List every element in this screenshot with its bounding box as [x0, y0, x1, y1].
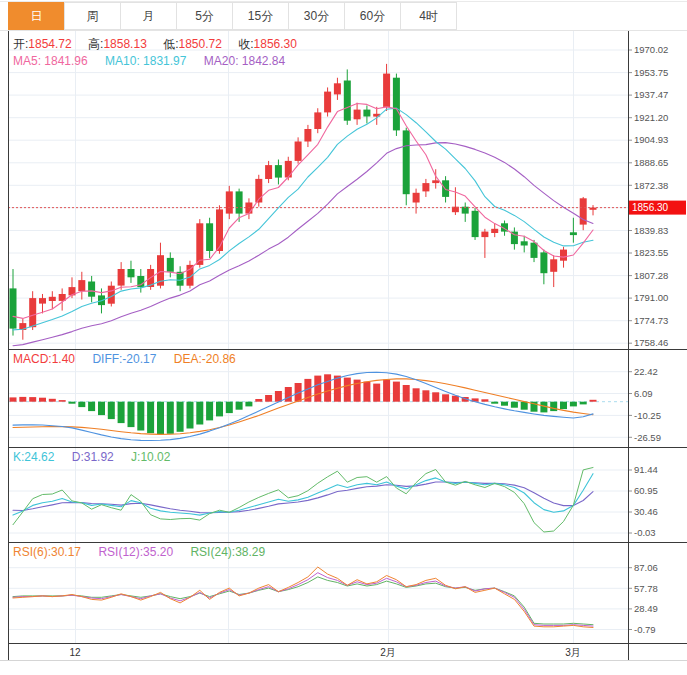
high-value: 1858.13 [103, 37, 146, 51]
svg-text:1970.02: 1970.02 [634, 44, 668, 55]
diff-value: DIFF:-20.17 [92, 352, 156, 366]
rsi-legend: RSI(6):30.17 RSI(12):35.20 RSI(24):38.29 [13, 545, 279, 559]
low-label: 低: [163, 37, 178, 51]
svg-text:91.44: 91.44 [634, 464, 658, 475]
svg-text:3月: 3月 [565, 647, 581, 658]
svg-text:1888.65: 1888.65 [634, 157, 668, 168]
svg-text:1807.28: 1807.28 [634, 270, 668, 281]
svg-text:1791.00: 1791.00 [634, 292, 668, 303]
ma20-value: MA20: 1842.84 [204, 54, 285, 68]
svg-text:1839.83: 1839.83 [634, 225, 668, 236]
close-label: 收: [238, 37, 253, 51]
tab-monthly[interactable]: 月 [120, 2, 177, 30]
d-value: D:31.92 [72, 450, 114, 464]
tab-daily[interactable]: 日 [8, 2, 65, 30]
svg-text:28.49: 28.49 [634, 603, 658, 614]
tab-60min[interactable]: 60分 [344, 2, 401, 30]
svg-text:12: 12 [69, 647, 81, 658]
low-value: 1850.72 [179, 37, 222, 51]
tab-5min[interactable]: 5分 [176, 2, 233, 30]
svg-text:1823.55: 1823.55 [634, 247, 668, 258]
svg-text:1758.46: 1758.46 [634, 337, 668, 348]
svg-text:-26.59: -26.59 [634, 432, 661, 443]
close-value: 1856.30 [254, 37, 297, 51]
svg-text:1921.20: 1921.20 [634, 112, 668, 123]
ohlc-legend: 开:1854.72 高:1858.13 低:1850.72 收:1856.30 [13, 36, 310, 53]
svg-text:1774.73: 1774.73 [634, 315, 668, 326]
ma-legend: MA5: 1841.96 MA10: 1831.97 MA20: 1842.84 [13, 54, 299, 68]
high-label: 高: [88, 37, 103, 51]
svg-text:1953.75: 1953.75 [634, 67, 668, 78]
dea-value: DEA:-20.86 [174, 352, 236, 366]
svg-text:-0.79: -0.79 [634, 624, 656, 635]
svg-text:1904.93: 1904.93 [634, 134, 668, 145]
open-label: 开: [13, 37, 28, 51]
svg-text:1872.38: 1872.38 [634, 180, 668, 191]
timeframe-tabbar: 日 周 月 5分 15分 30分 60分 4时 [8, 2, 457, 30]
svg-text:1937.47: 1937.47 [634, 89, 668, 100]
svg-text:22.42: 22.42 [634, 366, 658, 377]
tab-4hour[interactable]: 4时 [400, 2, 457, 30]
svg-text:2月: 2月 [380, 647, 396, 658]
j-value: J:10.02 [131, 450, 170, 464]
open-value: 1854.72 [28, 37, 71, 51]
svg-text:1856.30: 1856.30 [632, 202, 669, 213]
svg-text:-10.25: -10.25 [634, 410, 661, 421]
svg-text:87.06: 87.06 [634, 562, 658, 573]
macd-value: MACD:1.40 [13, 352, 75, 366]
svg-text:60.95: 60.95 [634, 485, 658, 496]
chart-canvas[interactable]: 1970.021953.751937.471921.201904.931888.… [0, 0, 687, 675]
rsi24-value: RSI(24):38.29 [190, 545, 265, 559]
k-value: K:24.62 [13, 450, 54, 464]
tab-15min[interactable]: 15分 [232, 2, 289, 30]
stock-chart-app: 日 周 月 5分 15分 30分 60分 4时 1970.021953.7519… [0, 0, 687, 675]
ma10-value: MA10: 1831.97 [105, 54, 186, 68]
tab-weekly[interactable]: 周 [64, 2, 121, 30]
tab-30min[interactable]: 30分 [288, 2, 345, 30]
ma5-value: MA5: 1841.96 [13, 54, 88, 68]
macd-legend: MACD:1.40 DIFF:-20.17 DEA:-20.86 [13, 352, 250, 366]
svg-text:6.09: 6.09 [634, 388, 653, 399]
svg-text:57.78: 57.78 [634, 583, 658, 594]
kdj-legend: K:24.62 D:31.92 J:10.02 [13, 450, 184, 464]
rsi12-value: RSI(12):35.20 [98, 545, 173, 559]
rsi6-value: RSI(6):30.17 [13, 545, 81, 559]
svg-text:30.46: 30.46 [634, 506, 658, 517]
svg-text:-0.03: -0.03 [634, 527, 656, 538]
